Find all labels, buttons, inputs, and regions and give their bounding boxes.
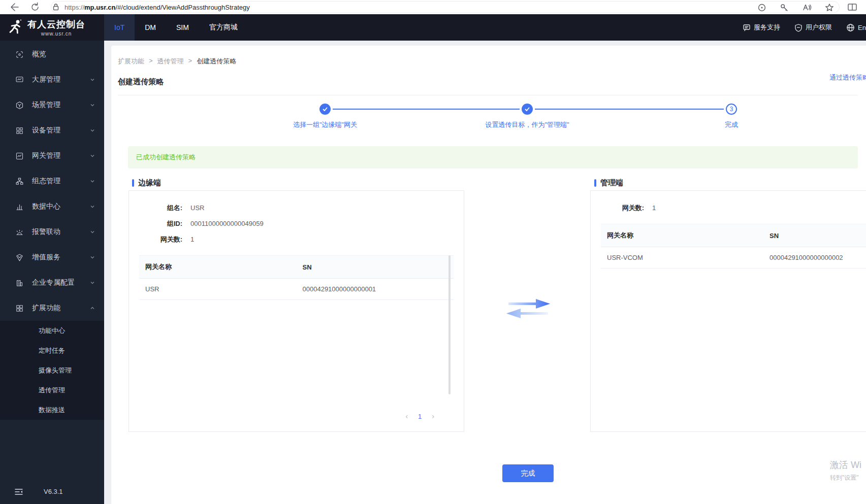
sidebar-item-device[interactable]: 设备管理	[0, 118, 104, 143]
submenu-camera-management[interactable]: 摄像头管理	[0, 360, 104, 380]
group-name-label: 组名:	[139, 200, 182, 216]
chevron-down-icon	[90, 255, 95, 260]
pagination-next[interactable]: ›	[432, 412, 434, 420]
finish-button[interactable]: 完成	[502, 464, 554, 482]
pagination: ‹ 1 ›	[405, 412, 434, 420]
gateway-name-cell: USR	[139, 279, 297, 300]
chevron-up-icon	[90, 306, 95, 311]
sidebar: 概览 大屏管理 场景管理 设备管理 网关管理 组态管理 数据中心 报警联动 增值…	[0, 41, 104, 504]
tab-dm[interactable]: DM	[135, 14, 166, 41]
extensions-submenu: 功能中心 定时任务 摄像头管理 透传管理 数据推送	[0, 321, 104, 420]
manage-gateway-count-row: 网关数: 1	[601, 200, 866, 216]
step-3-number: 3	[730, 106, 733, 113]
read-aloud-icon[interactable]	[802, 3, 812, 12]
sn-cell: 00004291000000000001	[297, 279, 454, 300]
usr-runner-logo-icon	[7, 19, 23, 36]
watermark-line1: 激活 Wi	[830, 459, 861, 471]
breadcrumb-separator: >	[149, 57, 153, 66]
app-logo[interactable]: 有人云控制台 www.usr.cn	[0, 14, 104, 41]
tab-iot[interactable]: IoT	[104, 14, 135, 41]
favorite-star-icon[interactable]	[825, 3, 834, 12]
step-3-label: 完成	[650, 120, 813, 129]
manage-section-header: 管理端	[594, 178, 623, 188]
sidebar-item-alarm[interactable]: 报警联动	[0, 219, 104, 245]
version-label: V6.3.1	[44, 488, 63, 495]
sidebar-item-enterprise-config[interactable]: 企业专属配置	[0, 270, 104, 295]
step-line-2	[535, 109, 724, 110]
breadcrumb-passthrough[interactable]: 透传管理	[157, 57, 184, 66]
sidebar-item-configuration[interactable]: 组态管理	[0, 169, 104, 194]
pagination-page-1[interactable]: 1	[418, 413, 422, 420]
user-permissions-label: 用户权限	[806, 23, 832, 32]
chevron-down-icon	[90, 229, 95, 234]
overview-scan-icon	[15, 50, 24, 59]
tab-mall[interactable]: 官方商城	[199, 14, 248, 41]
breadcrumb-extensions[interactable]: 扩展功能	[118, 57, 144, 66]
edge-section-title: 边缘端	[138, 178, 161, 188]
chevron-down-icon	[90, 280, 95, 285]
group-id-label: 组ID:	[139, 216, 182, 231]
watermark-line2: 转到"设置"	[830, 474, 861, 482]
sidebar-item-extensions[interactable]: 扩展功能	[0, 295, 104, 321]
user-permissions[interactable]: 用户权限	[794, 23, 832, 32]
step-3-circle: 3	[726, 104, 737, 115]
step-1-label: 选择一组"边缘端"网关	[244, 120, 406, 129]
sidebar-item-gateway[interactable]: 网关管理	[0, 143, 104, 169]
bar-chart-icon	[15, 203, 24, 211]
edge-card: 组名: USR 组ID: 00011000000000049059 网关数: 1…	[129, 190, 464, 432]
submenu-scheduled-tasks[interactable]: 定时任务	[0, 341, 104, 360]
chevron-down-icon	[90, 77, 95, 82]
lock-icon	[51, 3, 60, 12]
edge-group-name-row: 组名: USR	[139, 200, 454, 216]
sidebar-item-value-services[interactable]: 增值服务	[0, 245, 104, 270]
table-scrollbar[interactable]	[448, 255, 451, 394]
sidebar-item-overview[interactable]: 概览	[0, 42, 104, 67]
table-header-row: 网关名称 SN	[601, 224, 866, 247]
password-key-icon[interactable]	[780, 3, 789, 12]
submenu-function-center[interactable]: 功能中心	[0, 321, 104, 341]
step-line-1	[333, 109, 520, 110]
address-bar[interactable]: https://mp.usr.cn/#/cloud/extend/ViewAdd…	[51, 1, 840, 13]
group-id-value: 00011000000000049059	[190, 216, 264, 231]
scene-hexagon-icon	[15, 101, 24, 110]
extensions-grid-icon	[15, 304, 24, 313]
chevron-down-icon	[90, 153, 95, 158]
tab-sim[interactable]: SIM	[166, 14, 199, 41]
globe-icon	[846, 23, 855, 32]
manage-card: 网关数: 1 网关名称 SN USR-VCOM 0000429100000000…	[590, 190, 866, 432]
sn-header: SN	[297, 256, 454, 279]
browser-refresh-icon[interactable]	[29, 2, 41, 13]
split-screen-icon[interactable]	[847, 2, 858, 13]
browser-back-icon[interactable]	[8, 2, 19, 13]
language-label: En	[858, 24, 866, 31]
sidebar-item-bigscreen[interactable]: 大屏管理	[0, 67, 104, 92]
top-navbar: 有人云控制台 www.usr.cn IoT DM SIM 官方商城 服务支持 用…	[0, 14, 866, 41]
breadcrumb-current: 创建透传策略	[197, 57, 236, 66]
gateway-name-header: 网关名称	[139, 256, 297, 279]
send-to-device-icon[interactable]	[757, 3, 766, 12]
table-header-row: 网关名称 SN	[139, 256, 454, 279]
gateway-count-value: 1	[652, 200, 656, 216]
sidebar-item-datacenter[interactable]: 数据中心	[0, 194, 104, 219]
table-row: USR-VCOM 00004291000000000002	[601, 247, 866, 268]
chat-icon	[743, 23, 751, 32]
passthrough-strategy-link[interactable]: 通过透传策略	[829, 73, 866, 82]
sidebar-item-scene[interactable]: 场景管理	[0, 92, 104, 118]
edge-gateway-table: 网关名称 SN USR 00004291000000000001	[139, 255, 454, 300]
gateway-count-label: 网关数:	[139, 231, 182, 247]
collapse-sidebar-icon[interactable]	[14, 488, 23, 496]
browser-chrome: https://mp.usr.cn/#/cloud/extend/ViewAdd…	[0, 0, 866, 14]
service-support[interactable]: 服务支持	[743, 23, 780, 32]
check-icon	[524, 106, 531, 113]
check-icon	[322, 106, 329, 113]
language-switch[interactable]: En	[846, 23, 866, 32]
windows-activation-watermark: 激活 Wi 转到"设置"	[830, 459, 861, 482]
manage-section-title: 管理端	[600, 178, 623, 188]
device-grid-icon	[15, 126, 24, 135]
pagination-prev[interactable]: ‹	[405, 412, 408, 420]
submenu-data-push[interactable]: 数据推送	[0, 400, 104, 420]
logo-subtitle: www.usr.cn	[27, 31, 85, 37]
building-icon	[15, 279, 24, 287]
gateway-count-label: 网关数:	[601, 200, 644, 216]
submenu-passthrough-management[interactable]: 透传管理	[0, 380, 104, 400]
